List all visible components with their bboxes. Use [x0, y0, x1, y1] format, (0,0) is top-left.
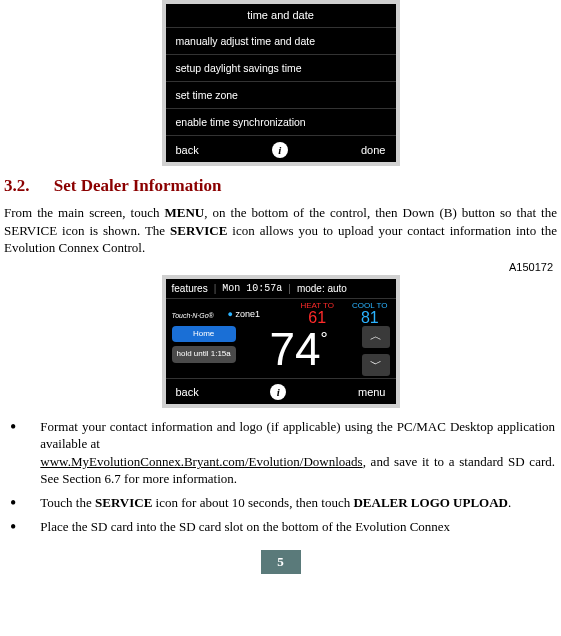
menu-bold: MENU — [165, 205, 205, 220]
back-button[interactable]: back — [176, 386, 199, 398]
figure-reference: A150172 — [4, 261, 553, 273]
separator: | — [214, 283, 217, 294]
bullet-item: Format your contact information and logo… — [10, 418, 555, 488]
done-button[interactable]: done — [361, 144, 385, 156]
menu-row-sync[interactable]: enable time synchronization — [166, 108, 396, 135]
chevron-down-icon[interactable]: ﹀ — [362, 354, 390, 376]
current-temp: 74° — [242, 326, 356, 372]
bullet-item: Place the SD card into the SD card slot … — [10, 518, 555, 536]
touch-n-go-label: Touch·N·Go® — [172, 312, 214, 319]
clock-label: Mon 10:57a — [222, 283, 282, 294]
degree-icon: ° — [321, 329, 328, 349]
separator: | — [288, 283, 291, 294]
bullet-list: Format your contact information and logo… — [4, 418, 557, 536]
menu-row-manual-adjust[interactable]: manually adjust time and date — [166, 27, 396, 54]
features-button[interactable]: features — [172, 283, 208, 294]
mode-label[interactable]: mode: auto — [297, 283, 347, 294]
home-button[interactable]: Home — [172, 326, 236, 343]
main-screen-screenshot: features | Mon 10:57a | mode: auto Touch… — [162, 275, 400, 408]
zone-dot-icon: ● — [228, 309, 233, 319]
service-bold: SERVICE — [170, 223, 227, 238]
info-icon[interactable]: i — [272, 142, 288, 158]
zone-label: zone1 — [235, 309, 260, 319]
screen-title: time and date — [166, 4, 396, 27]
hold-button[interactable]: hold until 1:15a — [172, 346, 236, 363]
time-date-screenshot: time and date manually adjust time and d… — [162, 0, 400, 166]
menu-button[interactable]: menu — [358, 386, 386, 398]
back-button[interactable]: back — [176, 144, 199, 156]
intro-paragraph: From the main screen, touch MENU, on the… — [4, 204, 557, 257]
download-link[interactable]: www.MyEvolutionConnex.Bryant.com/Evoluti… — [40, 454, 362, 469]
page-number: 5 — [261, 550, 301, 574]
section-number: 3.2. — [4, 176, 30, 195]
menu-row-daylight[interactable]: setup daylight savings time — [166, 54, 396, 81]
bullet-item: Touch the SERVICE icon for about 10 seco… — [10, 494, 555, 512]
chevron-up-icon[interactable]: ︿ — [362, 326, 390, 348]
menu-row-timezone[interactable]: set time zone — [166, 81, 396, 108]
cool-to-block: COOL TO81 — [352, 302, 387, 326]
section-heading: 3.2. Set Dealer Information — [4, 176, 557, 196]
info-icon[interactable]: i — [270, 384, 286, 400]
section-title: Set Dealer Information — [54, 176, 222, 195]
